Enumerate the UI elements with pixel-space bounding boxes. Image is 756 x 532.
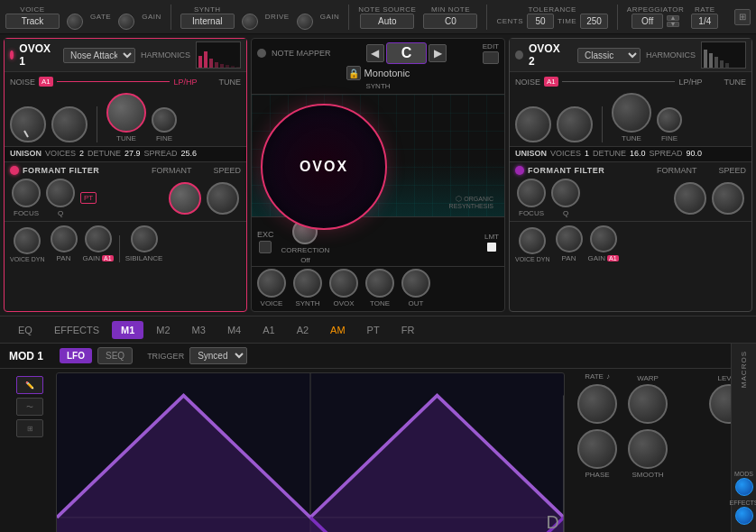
ovox2-preset[interactable]: Classic xyxy=(577,48,641,63)
ovox1-noise-knob[interactable] xyxy=(10,106,46,142)
arp-up-btn[interactable]: ▲ xyxy=(667,15,679,21)
voice2-gain-label: GAIN xyxy=(588,254,606,262)
mode-lock-btn[interactable]: 🔒 xyxy=(346,66,361,80)
min-note-value[interactable]: C0 xyxy=(423,14,477,29)
cents-value[interactable]: 50 xyxy=(527,14,554,29)
tab-m3[interactable]: M3 xyxy=(183,321,215,339)
note-display[interactable]: C xyxy=(386,42,428,64)
formant2-led[interactable] xyxy=(515,166,524,175)
note-source-value[interactable]: Auto xyxy=(360,14,414,29)
organic-resynthesis-icon: ⬡ xyxy=(456,195,462,203)
ovox2-tune-knob[interactable] xyxy=(612,93,651,133)
rate-value[interactable]: 1/4 xyxy=(691,14,718,29)
time-value[interactable]: 250 xyxy=(580,14,608,29)
tab-a2[interactable]: A2 xyxy=(288,321,318,339)
cs-synth-knob[interactable] xyxy=(293,269,322,298)
formant1-led[interactable] xyxy=(10,166,19,175)
gate-label: GATE xyxy=(90,13,111,21)
ovox1-preset[interactable]: Nose Attack xyxy=(63,48,135,63)
gain-knob[interactable] xyxy=(118,14,134,30)
svg-rect-6 xyxy=(231,66,235,68)
mod-phase-knob[interactable] xyxy=(577,429,617,469)
voice2-gain-knob[interactable] xyxy=(590,225,617,252)
cs-voice-knob-container: VOICE xyxy=(257,269,286,307)
formant1-speed-knob[interactable] xyxy=(207,182,239,215)
trigger-select[interactable]: Synced Free Gate xyxy=(189,347,247,364)
wave-icon-grid[interactable]: ⊞ xyxy=(16,419,43,437)
tab-m4[interactable]: M4 xyxy=(218,321,250,339)
formant2-speed-knob[interactable] xyxy=(712,182,744,215)
voice1-voicedyn-knob[interactable] xyxy=(14,227,41,254)
ovox1-noise-line xyxy=(57,81,171,82)
ovox1-tune-label: TUNE xyxy=(219,78,242,87)
drive-knob[interactable] xyxy=(242,14,258,30)
formant2-focus-label: FOCUS xyxy=(519,209,544,217)
note-mapper-led[interactable] xyxy=(257,49,266,58)
ovox2-lphp-knob[interactable] xyxy=(557,106,593,142)
svg-text:D: D xyxy=(546,512,558,532)
expand-button[interactable]: ⊞ xyxy=(734,9,751,25)
formant2-focus-knob[interactable] xyxy=(517,179,546,207)
arpeggiator-value[interactable]: Off xyxy=(632,14,663,29)
lmt-indicator xyxy=(487,243,496,252)
cs-out-knob[interactable] xyxy=(401,269,430,298)
voice2-voicedyn-knob[interactable] xyxy=(519,227,546,254)
arp-down-btn[interactable]: ▼ xyxy=(667,22,679,27)
tab-eq[interactable]: EQ xyxy=(9,321,41,339)
cs-ovox-knob[interactable] xyxy=(329,269,358,298)
cs-tone-knob[interactable] xyxy=(365,269,394,298)
cs-voice-knob[interactable] xyxy=(257,269,286,298)
ovox2-noise-row: NOISE A1 LP/HP TUNE xyxy=(510,74,751,89)
ovox1-fine-knob[interactable] xyxy=(152,107,177,133)
effects-button[interactable] xyxy=(735,507,753,525)
formant1-formant-knob[interactable] xyxy=(169,182,201,215)
ovox1-tune-knob[interactable] xyxy=(106,93,146,133)
mod-warp-knob[interactable] xyxy=(628,384,668,424)
ovox1-lphp-knob[interactable] xyxy=(51,106,88,142)
lfo-display[interactable]: D -1 xyxy=(56,372,565,532)
formant2-q-knob[interactable] xyxy=(551,179,580,207)
tab-a1[interactable]: A1 xyxy=(254,321,283,339)
gate-knob[interactable] xyxy=(67,14,83,30)
ovox2-noise-knob[interactable] xyxy=(515,106,551,142)
lfo-button[interactable]: LFO xyxy=(60,348,92,363)
tab-m2[interactable]: M2 xyxy=(147,321,179,339)
synth-value[interactable]: Internal xyxy=(180,14,235,29)
voice2-gain-tag: A1 xyxy=(607,255,619,261)
voice-value[interactable]: Track xyxy=(5,14,60,29)
note-mapper-header: NOTE MAPPER ◀ C ▶ EDIT xyxy=(257,42,499,64)
voice1-gain-knob[interactable] xyxy=(85,225,112,252)
formant1-focus-knob[interactable] xyxy=(12,179,41,207)
voice1-sibilance-knob[interactable] xyxy=(131,225,158,252)
tab-m1[interactable]: M1 xyxy=(112,321,143,339)
edit-icon[interactable] xyxy=(483,51,499,64)
ovox1-spread-label: SPREAD xyxy=(144,149,178,158)
exc-toggle[interactable] xyxy=(259,241,272,253)
ovox1-led[interactable] xyxy=(10,50,14,60)
cs-synth-label: SYNTH xyxy=(295,299,319,307)
voice2-pan-knob[interactable] xyxy=(556,225,583,252)
ovox1-header: OVOX 1 Nose Attack HARMONICS xyxy=(5,39,246,72)
tab-am[interactable]: AM xyxy=(321,321,355,339)
note-prev-btn[interactable]: ◀ xyxy=(366,44,384,62)
formant1-pt-label[interactable]: PT xyxy=(80,192,97,204)
seq-button[interactable]: SEQ xyxy=(97,347,133,364)
tab-pt[interactable]: PT xyxy=(358,321,389,339)
tab-fr[interactable]: FR xyxy=(392,321,424,339)
ovox2-led[interactable] xyxy=(515,50,523,60)
mods-button[interactable] xyxy=(735,478,753,496)
voice1-pan-knob[interactable] xyxy=(51,225,78,252)
ovox2-tune-label: TUNE xyxy=(724,78,747,87)
formant2-formant-knob[interactable] xyxy=(674,182,706,215)
note-next-btn[interactable]: ▶ xyxy=(429,44,447,62)
ovox2-tune-knob-container: TUNE xyxy=(612,93,651,142)
tab-effects[interactable]: EFFECTS xyxy=(45,321,108,339)
gain2-knob[interactable] xyxy=(297,14,313,30)
ovox1-unison-label: UNISON xyxy=(10,149,41,158)
mod-smooth-knob[interactable] xyxy=(628,429,668,469)
ovox2-fine-knob[interactable] xyxy=(657,107,682,133)
mod-rate-knob[interactable] xyxy=(577,384,617,424)
formant1-q-knob[interactable] xyxy=(46,179,75,207)
wave-icon-curve[interactable]: 〜 xyxy=(16,398,43,416)
wave-icon-pencil[interactable]: ✏️ xyxy=(16,376,43,394)
